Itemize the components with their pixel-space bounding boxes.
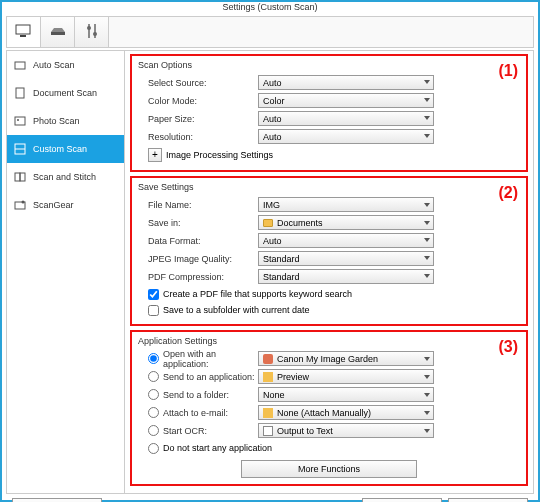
color-mode-dropdown[interactable]: Color xyxy=(258,93,434,108)
pdf-keyword-checkbox[interactable] xyxy=(148,289,159,300)
send-folder-label: Send to a folder: xyxy=(163,390,229,400)
svg-rect-9 xyxy=(15,117,25,125)
scanner-icon xyxy=(49,24,67,40)
toolbar-tab-scan-from-computer[interactable] xyxy=(7,17,41,47)
send-folder-dropdown[interactable]: None xyxy=(258,387,434,402)
svg-point-6 xyxy=(93,32,97,36)
paper-size-label: Paper Size: xyxy=(138,114,258,124)
subfolder-checkbox[interactable] xyxy=(148,305,159,316)
sidebar-item-auto-scan[interactable]: Auto Scan xyxy=(7,51,124,79)
ok-button[interactable]: OK xyxy=(448,498,528,502)
select-source-label: Select Source: xyxy=(138,78,258,88)
expand-image-processing-button[interactable]: + xyxy=(148,148,162,162)
image-processing-label: Image Processing Settings xyxy=(166,150,273,160)
pdf-compression-label: PDF Compression: xyxy=(138,272,258,282)
sidebar-item-label: Scan and Stitch xyxy=(33,172,96,182)
scan-options-group: (1) Scan Options Select Source:Auto Colo… xyxy=(130,54,528,172)
save-in-label: Save in: xyxy=(138,218,258,228)
stitch-icon xyxy=(13,170,27,184)
sidebar-item-label: ScanGear xyxy=(33,200,74,210)
toolbar xyxy=(6,16,534,48)
sidebar-item-custom-scan[interactable]: Custom Scan xyxy=(7,135,124,163)
group-title: Application Settings xyxy=(138,336,520,346)
svg-rect-14 xyxy=(20,173,25,181)
open-app-value: Canon My Image Garden xyxy=(277,354,378,364)
svg-point-4 xyxy=(87,26,91,30)
svg-rect-13 xyxy=(15,173,20,181)
file-name-combo[interactable]: IMG xyxy=(258,197,434,212)
application-settings-group: (3) Application Settings Open with an ap… xyxy=(130,330,528,486)
svg-rect-7 xyxy=(15,62,25,69)
send-folder-radio[interactable] xyxy=(148,389,159,400)
sidebar-item-document-scan[interactable]: Document Scan xyxy=(7,79,124,107)
start-ocr-value: Output to Text xyxy=(277,426,333,436)
more-functions-button[interactable]: More Functions xyxy=(241,460,417,478)
sidebar: Auto Scan Document Scan Photo Scan Custo… xyxy=(7,51,125,493)
no-app-radio[interactable] xyxy=(148,443,159,454)
resolution-label: Resolution: xyxy=(138,132,258,142)
subfolder-label: Save to a subfolder with current date xyxy=(163,305,310,315)
open-app-label: Open with an application: xyxy=(163,349,258,369)
window-title: Settings (Custom Scan) xyxy=(222,2,317,12)
send-app-label: Send to an application: xyxy=(163,372,255,382)
file-name-label: File Name: xyxy=(138,200,258,210)
auto-scan-icon xyxy=(13,58,27,72)
start-ocr-dropdown[interactable]: Output to Text xyxy=(258,423,434,438)
attach-email-dropdown[interactable]: None (Attach Manually) xyxy=(258,405,434,420)
paper-size-dropdown[interactable]: Auto xyxy=(258,111,434,126)
pdf-keyword-label: Create a PDF file that supports keyword … xyxy=(163,289,352,299)
open-app-dropdown[interactable]: Canon My Image Garden xyxy=(258,351,434,366)
data-format-label: Data Format: xyxy=(138,236,258,246)
scangear-icon xyxy=(13,198,27,212)
attach-email-label: Attach to e-mail: xyxy=(163,408,228,418)
open-app-radio[interactable] xyxy=(148,353,159,364)
group-title: Scan Options xyxy=(138,60,520,70)
sidebar-item-photo-scan[interactable]: Photo Scan xyxy=(7,107,124,135)
svg-rect-2 xyxy=(51,32,65,35)
send-app-value: Preview xyxy=(277,372,309,382)
data-format-dropdown[interactable]: Auto xyxy=(258,233,434,248)
save-settings-group: (2) Save Settings File Name:IMG Save in:… xyxy=(130,176,528,326)
photo-icon xyxy=(13,114,27,128)
attach-email-radio[interactable] xyxy=(148,407,159,418)
start-ocr-radio[interactable] xyxy=(148,425,159,436)
color-mode-label: Color Mode: xyxy=(138,96,258,106)
pdf-compression-dropdown[interactable]: Standard xyxy=(258,269,434,284)
footer: Instructions Defaults OK xyxy=(6,494,534,502)
monitor-icon xyxy=(15,24,33,40)
svg-rect-0 xyxy=(16,25,30,34)
file-name-value: IMG xyxy=(263,200,280,210)
svg-point-16 xyxy=(22,201,25,204)
sidebar-item-scan-and-stitch[interactable]: Scan and Stitch xyxy=(7,163,124,191)
document-icon xyxy=(13,86,27,100)
group-number: (3) xyxy=(498,338,518,356)
sliders-icon xyxy=(85,23,99,41)
send-app-radio[interactable] xyxy=(148,371,159,382)
send-app-dropdown[interactable]: Preview xyxy=(258,369,434,384)
sidebar-item-label: Custom Scan xyxy=(33,144,87,154)
group-number: (1) xyxy=(498,62,518,80)
resolution-dropdown[interactable]: Auto xyxy=(258,129,434,144)
sidebar-item-label: Document Scan xyxy=(33,88,97,98)
text-icon xyxy=(263,426,273,436)
svg-rect-8 xyxy=(16,88,24,98)
main-panel: (1) Scan Options Select Source:Auto Colo… xyxy=(125,51,533,493)
jpeg-quality-dropdown[interactable]: Standard xyxy=(258,251,434,266)
toolbar-tab-scan-from-panel[interactable] xyxy=(41,17,75,47)
svg-rect-1 xyxy=(20,35,26,37)
send-folder-value: None xyxy=(263,390,285,400)
sidebar-item-label: Photo Scan xyxy=(33,116,80,126)
defaults-button[interactable]: Defaults xyxy=(362,498,442,502)
svg-point-10 xyxy=(17,119,19,121)
jpeg-quality-label: JPEG Image Quality: xyxy=(138,254,258,264)
sidebar-item-scangear[interactable]: ScanGear xyxy=(7,191,124,219)
mail-icon xyxy=(263,408,273,418)
titlebar: Settings (Custom Scan) xyxy=(2,2,538,12)
preview-icon xyxy=(263,372,273,382)
instructions-button[interactable]: Instructions xyxy=(12,498,102,502)
app-icon xyxy=(263,354,273,364)
toolbar-tab-general[interactable] xyxy=(75,17,109,47)
select-source-dropdown[interactable]: Auto xyxy=(258,75,434,90)
save-in-dropdown[interactable]: Documents xyxy=(258,215,434,230)
attach-email-value: None (Attach Manually) xyxy=(277,408,371,418)
